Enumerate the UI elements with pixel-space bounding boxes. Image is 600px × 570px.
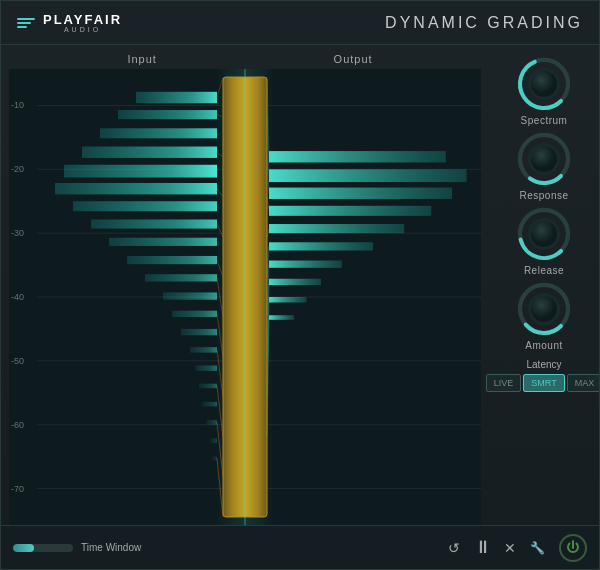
logo-playfair: PLAYFAIR (43, 13, 122, 26)
logo-audio: AUDIO (43, 26, 122, 33)
svg-point-11 (531, 296, 557, 322)
knob-group-amount: Amount (497, 280, 591, 351)
slider-fill (13, 544, 34, 552)
svg-point-5 (531, 146, 557, 172)
latency-buttons: LIVE SMRT MAX (486, 374, 599, 392)
amount-label: Amount (525, 340, 562, 351)
time-window-slider-track[interactable] (13, 544, 73, 552)
header-title: DYNAMIC GRADING (385, 14, 583, 32)
toolbar-icons: ↺ ⏸ ✕ 🔧 (448, 534, 587, 562)
pause-icon[interactable]: ⏸ (474, 537, 490, 558)
latency-section: Latency LIVE SMRT MAX (497, 359, 591, 392)
logo-area: PLAYFAIR AUDIO (17, 13, 122, 33)
svg-point-8 (531, 221, 557, 247)
reset-icon[interactable]: ↺ (448, 540, 460, 556)
header: PLAYFAIR AUDIO DYNAMIC GRADING (1, 1, 599, 45)
visualizer-panel: Input Output (1, 45, 489, 525)
power-button[interactable] (559, 534, 587, 562)
app-container: PLAYFAIR AUDIO DYNAMIC GRADING Input Out… (0, 0, 600, 570)
toolbar: Time Window ↺ ⏸ ✕ 🔧 (1, 525, 599, 569)
knob-release[interactable] (515, 205, 573, 263)
knob-group-spectrum: Spectrum (497, 55, 591, 126)
svg-point-2 (531, 71, 557, 97)
input-label: Input (127, 53, 156, 65)
tools-icon[interactable]: ✕ (504, 540, 516, 556)
power-icon (565, 540, 581, 556)
knob-response[interactable] (515, 130, 573, 188)
latency-label: Latency (526, 359, 561, 370)
output-label: Output (334, 53, 373, 65)
content-area: Input Output (1, 45, 599, 525)
time-window-control[interactable] (13, 544, 73, 552)
knob-amount[interactable] (515, 280, 573, 338)
logo-icon (17, 18, 35, 28)
viz-labels: Input Output (9, 53, 481, 69)
knob-group-response: Response (497, 130, 591, 201)
knob-response-svg (515, 130, 573, 188)
knob-spectrum-svg (515, 55, 573, 113)
latency-smrt-btn[interactable]: SMRT (523, 374, 564, 392)
right-panel: Spectrum Response (489, 45, 599, 525)
knob-release-svg (515, 205, 573, 263)
latency-max-btn[interactable]: MAX (567, 374, 599, 392)
response-label: Response (519, 190, 568, 201)
wrench-icon[interactable]: 🔧 (530, 541, 545, 555)
spectrum-canvas (9, 69, 481, 525)
logo-text: PLAYFAIR AUDIO (43, 13, 122, 33)
time-window-label: Time Window (81, 542, 141, 553)
viz-area (9, 69, 481, 525)
knob-spectrum[interactable] (515, 55, 573, 113)
knob-group-release: Release (497, 205, 591, 276)
knob-amount-svg (515, 280, 573, 338)
spectrum-label: Spectrum (521, 115, 568, 126)
release-label: Release (524, 265, 564, 276)
latency-live-btn[interactable]: LIVE (486, 374, 522, 392)
